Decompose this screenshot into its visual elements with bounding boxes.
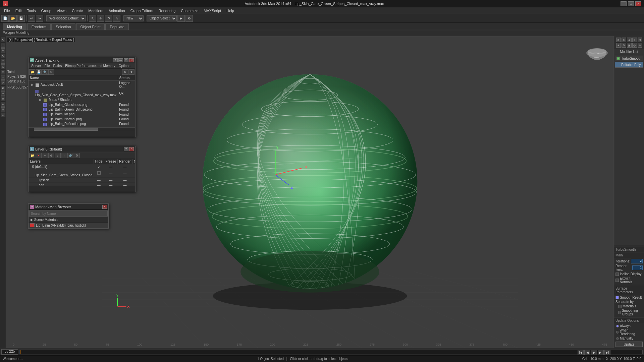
- left-tool-3[interactable]: ↻: [1, 48, 5, 53]
- asset-close-button[interactable]: ✕: [129, 58, 134, 62]
- asset-minimize-button[interactable]: —: [118, 58, 123, 62]
- left-tool-11[interactable]: ⊕: [1, 91, 5, 96]
- asset-menu-bitmap-performance-and-memory[interactable]: Bitmap Performance and Memory: [64, 64, 117, 68]
- asset-menu-file[interactable]: File: [43, 64, 51, 68]
- menu-item-file[interactable]: File: [1, 8, 13, 13]
- table-row[interactable]: Lip_Skin_Care_Green_Stripes_Closed — —: [29, 169, 135, 178]
- mod-icon-1[interactable]: ⊕: [616, 38, 621, 42]
- tab-freeform[interactable]: Freeform: [27, 23, 51, 30]
- redo-button[interactable]: ↪: [36, 15, 43, 22]
- menu-item-maxscript[interactable]: MAXScript: [201, 8, 224, 13]
- menu-item-edit[interactable]: Edit: [13, 8, 24, 13]
- layers-tool-6[interactable]: ↑: [61, 153, 67, 158]
- iterations-input[interactable]: 2: [631, 259, 643, 263]
- mod-icon-9[interactable]: ◎: [632, 43, 637, 48]
- table-row[interactable]: Lip_Balm_Glossiness.png Found: [29, 102, 135, 107]
- asset-tool-2[interactable]: 💾: [36, 69, 42, 75]
- layers-close-button[interactable]: ✕: [129, 147, 134, 151]
- material-close-button[interactable]: ✕: [102, 205, 107, 209]
- play-button[interactable]: ▶: [591, 350, 597, 355]
- tab-object-paint[interactable]: Object Paint: [76, 23, 105, 30]
- render-button[interactable]: ▶: [177, 15, 185, 22]
- modifier-check-1[interactable]: ✓: [616, 57, 620, 60]
- table-row[interactable]: Lip_Balm_ior.png Found: [29, 112, 135, 117]
- render-settings-button[interactable]: ⚙: [185, 15, 193, 22]
- go-start-button[interactable]: |◀: [578, 350, 584, 355]
- mod-icon-2[interactable]: ⊗: [622, 38, 626, 42]
- layers-table-container[interactable]: Layers Hide Freeze Render Color Radiosit…: [29, 159, 135, 186]
- left-tool-12[interactable]: ⊗: [1, 97, 5, 101]
- mod-icon-7[interactable]: ⚙: [622, 43, 626, 48]
- rotate-button[interactable]: ↻: [105, 15, 112, 22]
- layer-render-lip[interactable]: —: [118, 169, 132, 178]
- minimize-button[interactable]: —: [621, 1, 627, 6]
- asset-refresh-btn[interactable]: ↻: [122, 69, 128, 75]
- mod-icon-5[interactable]: ⊞: [638, 38, 642, 42]
- material-item[interactable]: Lip_Balm (VRayMtl) [cap, lipstick]: [29, 223, 108, 228]
- isoline-check[interactable]: [615, 273, 619, 276]
- table-row[interactable]: ▶ Autodesk Vault Logged O...: [29, 81, 135, 89]
- layer-render-cap[interactable]: —: [118, 183, 132, 186]
- move-button[interactable]: ✛: [97, 15, 104, 22]
- left-tool-6[interactable]: △: [1, 64, 5, 69]
- asset-tool-1[interactable]: 📁: [29, 69, 35, 75]
- left-tool-13[interactable]: ◈: [1, 102, 5, 107]
- asset-table-container[interactable]: Name Status ▶ Autodesk Vault Logged O...: [29, 75, 135, 127]
- scale-button[interactable]: ⤡: [113, 15, 120, 22]
- layers-tool-4[interactable]: ⊕: [48, 153, 54, 158]
- view-dropdown[interactable]: New: [123, 15, 144, 21]
- asset-menu-options[interactable]: Options: [117, 64, 131, 68]
- asset-menu-paths[interactable]: Paths: [52, 64, 63, 68]
- asset-tool-3[interactable]: 🔍: [42, 69, 48, 75]
- left-tool-7[interactable]: ◎: [1, 70, 5, 74]
- layer-hide-lipstick[interactable]: —: [94, 178, 104, 183]
- materials-check[interactable]: [618, 305, 622, 308]
- table-row[interactable]: cap — — —: [29, 183, 135, 186]
- layer-hide-default[interactable]: ✓: [94, 164, 104, 169]
- menu-item-group[interactable]: Group: [38, 8, 54, 13]
- left-tool-1[interactable]: ↖: [1, 38, 5, 42]
- timeline-frame-input[interactable]: 0 / 225: [1, 349, 18, 355]
- layer-color-lipstick[interactable]: [132, 178, 135, 183]
- render-iters-input[interactable]: 2: [632, 265, 643, 270]
- left-tool-5[interactable]: ⬡: [1, 59, 5, 64]
- menu-item-views[interactable]: Views: [54, 8, 69, 13]
- layers-tool-1[interactable]: 📁: [29, 153, 35, 158]
- mod-icon-3[interactable]: ◈: [627, 38, 632, 42]
- modifier-turbosm[interactable]: ✓ TurboSmooth: [615, 56, 643, 61]
- left-tool-2[interactable]: ✛: [1, 43, 5, 48]
- nav-cube[interactable]: TOP FRONT: [584, 40, 610, 66]
- layer-color-lip[interactable]: [132, 169, 135, 178]
- layers-help-button[interactable]: ?: [124, 147, 128, 151]
- save-button[interactable]: 💾: [17, 15, 25, 22]
- menu-item-graph-editors[interactable]: Graph Editors: [128, 8, 156, 13]
- layer-hide-lip[interactable]: [94, 169, 104, 178]
- layers-tool-8[interactable]: ⚙: [74, 153, 80, 158]
- left-tool-14[interactable]: ⊞: [1, 107, 5, 112]
- table-row[interactable]: lipstick — — —: [29, 178, 135, 183]
- table-row[interactable]: Lip_Balm_Normal.png Found: [29, 117, 135, 121]
- menu-item-animation[interactable]: Animation: [106, 8, 128, 13]
- asset-scrollbar[interactable]: [29, 127, 135, 131]
- timeline-bar[interactable]: [19, 350, 643, 354]
- manually-radio[interactable]: [616, 337, 619, 340]
- object-select-dropdown[interactable]: Object Select: [147, 15, 177, 21]
- left-tool-4[interactable]: ⤡: [1, 54, 5, 58]
- table-row[interactable]: ▶ Maps / Shaders: [29, 98, 135, 102]
- table-row[interactable]: Lip_Balm_Reflection.png Found: [29, 122, 135, 126]
- asset-tool-4[interactable]: ⚙: [48, 69, 54, 75]
- tab-modeling[interactable]: Modeling: [3, 23, 26, 30]
- mod-icon-8[interactable]: ▣: [627, 43, 632, 48]
- smooth-result-check[interactable]: [615, 296, 619, 299]
- menu-item-help[interactable]: Help: [224, 8, 237, 13]
- table-row[interactable]: Lip_Skin_Care_Green_Stripes_Closed_max_v…: [29, 89, 135, 98]
- left-tool-10[interactable]: ▣: [1, 86, 5, 90]
- mod-icon-4[interactable]: ≡: [632, 38, 637, 42]
- tab-populate[interactable]: Populate: [105, 23, 128, 30]
- scene-materials-header[interactable]: ▶ Scene Materials: [29, 217, 108, 223]
- layer-render-default[interactable]: —: [118, 164, 132, 169]
- update-button[interactable]: Update: [615, 342, 643, 347]
- mod-icon-10[interactable]: ✛: [638, 43, 642, 48]
- new-button[interactable]: 📄: [1, 15, 9, 22]
- select-button[interactable]: ↖: [89, 15, 96, 22]
